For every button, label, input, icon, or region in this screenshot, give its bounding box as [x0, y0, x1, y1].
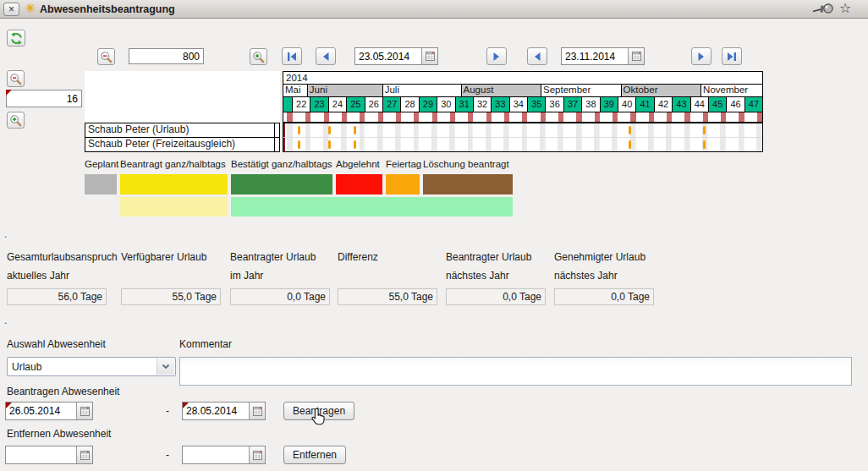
absence-type-label: Auswahl Abwesenheit [7, 338, 106, 350]
grid-cell [383, 138, 401, 151]
week-cell: 26 [365, 97, 383, 112]
zoom-in-width-button[interactable] [250, 48, 267, 65]
grid-cell [329, 138, 347, 151]
weekend-shading [522, 138, 527, 151]
close-button[interactable]: × [3, 3, 19, 16]
nav-prev-end-button[interactable] [527, 47, 547, 65]
grid-cell [726, 138, 744, 151]
weekend-shading [612, 138, 617, 151]
nav-next-start-button[interactable] [486, 47, 507, 65]
weekend-shading [468, 123, 473, 137]
weekend-shading [720, 123, 725, 137]
weekend-shading [486, 138, 491, 151]
pin-icon[interactable] [812, 3, 836, 17]
grid-cell [455, 123, 473, 137]
legend-swatch [120, 174, 228, 194]
legend-swatch-row-half [85, 197, 513, 216]
grid-cell [708, 138, 726, 151]
absence-type-select[interactable]: Urlaub [7, 357, 176, 376]
grid-cell [582, 138, 600, 151]
stripe-cell [383, 112, 401, 122]
stripe-cell [600, 112, 618, 122]
remove-to-date-input[interactable] [183, 446, 250, 463]
zoom-out-rows-button[interactable] [7, 70, 25, 87]
gantt-grid [283, 123, 763, 152]
grid-cell [509, 138, 527, 151]
row-label[interactable]: Schaub Peter (Urlaub) [85, 123, 279, 138]
week-cell: 27 [383, 97, 401, 112]
weekend-shading [648, 123, 653, 137]
stripe-cell [347, 112, 365, 122]
magnifier-plus-icon [9, 114, 22, 127]
start-date-calendar-button[interactable] [421, 48, 437, 64]
weekend-shading [540, 123, 545, 137]
remove-section-label: Entfernen Abwesenheit [7, 428, 111, 440]
start-date-input[interactable] [355, 48, 423, 64]
request-from-date-input[interactable] [6, 403, 78, 419]
week-cell: 45 [709, 97, 727, 112]
grid-cell [310, 138, 328, 151]
gantt-row[interactable] [283, 123, 762, 138]
weekend-shading [630, 123, 635, 137]
stripe-cell [726, 112, 744, 122]
zoom-in-rows-button[interactable] [7, 112, 25, 129]
favorite-star-icon[interactable]: ☆ [839, 0, 851, 16]
nav-last-button[interactable] [722, 47, 742, 65]
remove-button[interactable]: Entfernen [283, 446, 346, 464]
end-date-input[interactable] [562, 48, 629, 64]
legend-label: Beantragt ganz/halbtags [120, 159, 228, 169]
vacation-summary: Gesamturlaubsanspruchaktuelles Jahr56,0 … [0, 251, 868, 307]
grid-cell [600, 123, 618, 137]
week-cell: 39 [601, 97, 618, 112]
rows-count-input[interactable] [6, 90, 82, 107]
comment-input[interactable] [179, 357, 852, 386]
request-from-calendar-button[interactable] [76, 403, 92, 419]
zoom-out-width-button[interactable] [97, 48, 115, 65]
grid-cell [600, 138, 618, 151]
calendar-icon [80, 407, 90, 416]
zoom-width-input[interactable] [129, 48, 204, 64]
request-to-calendar-button[interactable] [249, 403, 265, 419]
grid-cell [365, 138, 382, 151]
weekend-shading [305, 138, 310, 151]
grid-cell [618, 138, 635, 151]
summary-value-field: 0,0 Tage [446, 288, 546, 305]
remove-from-date-input[interactable] [6, 446, 78, 463]
remove-from-calendar-button[interactable] [76, 446, 92, 463]
weekend-shading [287, 123, 293, 137]
row-label[interactable]: Schaub Peter (Freizeitausgleich) [85, 138, 279, 151]
grid-cell [492, 123, 509, 137]
remove-to-calendar-button[interactable] [249, 446, 265, 463]
weekend-shading [449, 123, 454, 137]
refresh-button[interactable] [7, 30, 25, 47]
summary-label: aktuelles Jahr [7, 270, 69, 282]
weekend-shading [594, 138, 599, 151]
nav-prev-start-button[interactable] [316, 47, 336, 65]
nav-next-end-button[interactable] [691, 47, 711, 65]
grid-cell [329, 123, 347, 137]
gantt-row[interactable] [283, 138, 762, 151]
holiday-tick-icon [328, 126, 331, 134]
legend-labels: GeplantBeantragt ganz/halbtagsBestätigt … [85, 159, 513, 169]
stripe-cell [492, 112, 509, 122]
legend-label: Bestätigt ganz/halbtags [231, 159, 332, 169]
stripe-cell [672, 112, 689, 122]
placeholder-dot: . [4, 315, 7, 326]
weekend-shading [684, 123, 689, 137]
nav-first-button[interactable] [282, 47, 302, 65]
stripe-cell [690, 112, 708, 122]
weekend-shading [305, 123, 310, 137]
grid-cell [563, 138, 581, 151]
chevron-down-icon[interactable] [157, 359, 174, 375]
summary-label: Differenz [338, 251, 378, 263]
end-date-calendar-button[interactable] [628, 48, 644, 64]
arrow-right-icon [492, 52, 502, 61]
grid-cell [437, 138, 455, 151]
week-cell: 24 [329, 97, 347, 112]
request-to-date-input[interactable] [183, 403, 250, 419]
request-button[interactable]: Beantragen [283, 402, 354, 420]
stripe-cell [744, 112, 762, 122]
summary-value-field: 0,0 Tage [230, 288, 330, 305]
legend-swatch [85, 174, 117, 194]
holiday-tick-icon [629, 140, 631, 149]
